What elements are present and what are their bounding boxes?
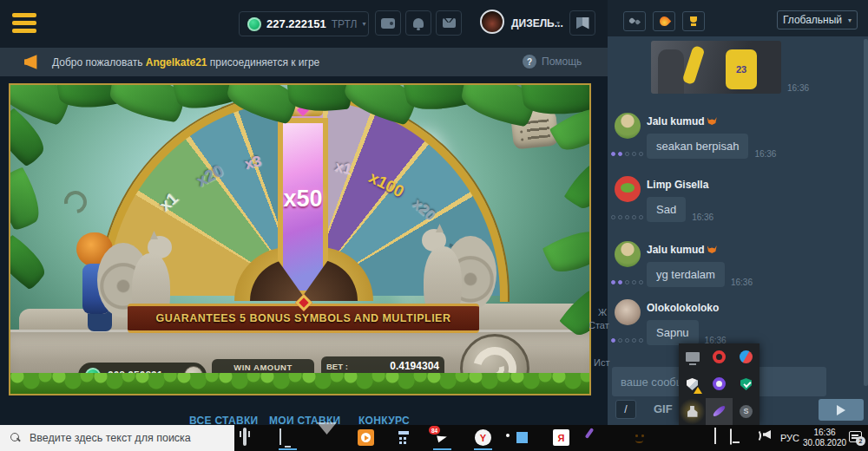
video-player-icon (358, 429, 374, 446)
message-username[interactable]: Jalu kumud (647, 115, 717, 127)
telegram-badge: 84 (429, 426, 440, 435)
message-username[interactable]: Olokolokoloko (647, 302, 719, 314)
message-username[interactable]: Limp Gisella (647, 179, 708, 191)
tray-overflow-popup: S (679, 343, 760, 425)
notification-text: Добро пожаловать Angelkate21 присоединяе… (52, 56, 319, 69)
rain-button[interactable] (623, 11, 646, 31)
chevron-down-icon[interactable]: ▾ (556, 19, 560, 27)
chat-message: Olokolokoloko Sapnu 16:36 (609, 299, 865, 345)
action-center-button[interactable]: 2 (849, 431, 862, 442)
chat-header: Глобальный ▾ (608, 0, 868, 36)
contest-button[interactable] (682, 11, 705, 31)
task-view-button[interactable] (243, 429, 247, 445)
language-label: РУС (780, 433, 799, 443)
tray-defender-icon[interactable] (679, 370, 706, 397)
chevron-down-icon: ▾ (362, 20, 365, 28)
tray-skype-icon[interactable]: S (733, 398, 760, 425)
chat-channel-select[interactable]: Глобальный ▾ (777, 10, 858, 29)
tray-opera-icon[interactable] (706, 343, 733, 370)
chat-channel-label: Глобальный (783, 14, 842, 26)
turtle-coin-icon (247, 17, 261, 31)
gif-jersey-number: 23 (726, 49, 757, 89)
bonus-banner-text: GUARANTEES 5 BONUS SYMBOLS AND MULTIPLIE… (156, 312, 451, 324)
balance-pill[interactable]: 227.222151 ТРТЛ ▾ (239, 11, 369, 36)
taskbar-clock[interactable]: 16:36 30.08.2020 (803, 428, 846, 448)
tray-media-icon[interactable] (706, 370, 733, 397)
gif-jersey-shape (682, 45, 706, 85)
help-question-icon: ? (523, 55, 536, 69)
warning-icon (694, 387, 702, 394)
grass-decoration (10, 373, 589, 394)
bet-label: BET : (326, 362, 348, 371)
leaf-decoration (563, 154, 589, 215)
yandex-icon: Я (553, 429, 569, 446)
fox-emoji (707, 245, 717, 253)
avatar[interactable] (615, 241, 641, 267)
taskbar-app-monitor[interactable] (279, 429, 281, 445)
search-icon (10, 433, 21, 443)
chat-toggle-button[interactable] (569, 10, 595, 36)
tray-keyboard-button[interactable] (730, 429, 732, 445)
droplets-icon (629, 16, 640, 26)
chat-message: Jalu kumud yg terdalam 16:36 (609, 241, 865, 287)
send-arrow-icon (837, 405, 845, 415)
messages-button[interactable] (436, 10, 462, 36)
notification-username[interactable]: Angelkate21 (146, 56, 207, 69)
chat-scrollbar[interactable] (864, 39, 868, 386)
message-bubble: seakan berpisah (647, 134, 748, 159)
taskbar-app-video[interactable] (358, 429, 374, 446)
notifications-button[interactable] (405, 10, 431, 36)
bonus-banner: GUARANTEES 5 BONUS SYMBOLS AND MULTIPLIE… (128, 304, 479, 333)
main-column: 227.222151 ТРТЛ ▾ ДИЗЕЛЬ... ▾ Добро пожа… (0, 0, 608, 425)
send-button[interactable] (819, 399, 864, 421)
active-app-underline (433, 448, 451, 450)
game-scene: x1 x20 x3 x1 x100 x20 x50 (10, 85, 589, 394)
slash-command-button[interactable]: / (615, 400, 636, 419)
fireball-button[interactable] (653, 11, 675, 31)
active-app-underline (474, 448, 492, 450)
avatar[interactable] (615, 176, 641, 202)
search-placeholder: Введите здесь текст для поиска (30, 432, 191, 444)
message-bubble: yg terdalam (647, 262, 725, 287)
tray-antivirus-icon[interactable] (733, 370, 760, 397)
username[interactable]: ДИЗЕЛЬ... (511, 17, 563, 29)
fireball-icon (657, 15, 671, 29)
taskbar-app-yandex-browser[interactable]: Y (475, 429, 491, 446)
notification-badge: 2 (856, 436, 865, 446)
message-time: 16:36 (692, 212, 713, 222)
message-username[interactable]: Jalu kumud (647, 244, 717, 256)
user-avatar[interactable] (480, 10, 504, 34)
tray-feather-icon[interactable] (706, 398, 733, 425)
screen: 227.222151 ТРТЛ ▾ ДИЗЕЛЬ... ▾ Добро пожа… (0, 0, 868, 451)
clock-date: 30.08.2020 (803, 438, 846, 448)
gif-button[interactable]: GIF (654, 402, 673, 415)
medal-dots (611, 207, 646, 223)
clock-time: 16:36 (803, 428, 846, 438)
notification-bar: Добро пожаловать Angelkate21 присоединяе… (0, 48, 608, 76)
medal-dots (611, 330, 646, 346)
tray-language-button[interactable]: РУС (780, 429, 799, 445)
tray-expand-button[interactable] (714, 429, 716, 445)
taskbar-app-yandex[interactable]: Я (553, 429, 569, 446)
win-amount-label: WIN AMOUNT (212, 363, 314, 372)
hamburger-menu-icon[interactable] (12, 12, 36, 35)
leaf-decoration (10, 234, 52, 291)
wallet-icon (381, 18, 395, 29)
yandex-browser-icon: Y (475, 429, 491, 446)
help-link[interactable]: ? Помощь (523, 55, 582, 69)
fox-emoji (707, 117, 717, 125)
taskbar-search[interactable]: Введите здесь текст для поиска (0, 425, 234, 451)
avatar[interactable] (615, 113, 641, 139)
megaphone-icon (24, 55, 42, 69)
tray-app-icon[interactable] (733, 343, 760, 370)
tray-monitor-icon[interactable] (679, 343, 706, 370)
task-view-icon (243, 428, 247, 446)
tray-stamp-icon[interactable] (679, 398, 706, 425)
gif-message-image[interactable]: 23 (651, 41, 781, 94)
currency-label: ТРТЛ (332, 18, 358, 30)
mail-icon (443, 18, 456, 28)
wallet-button[interactable] (375, 10, 401, 36)
avatar[interactable] (615, 299, 641, 325)
header-balance: 227.222151 (266, 17, 326, 30)
clipped-label: Стат (589, 320, 609, 330)
